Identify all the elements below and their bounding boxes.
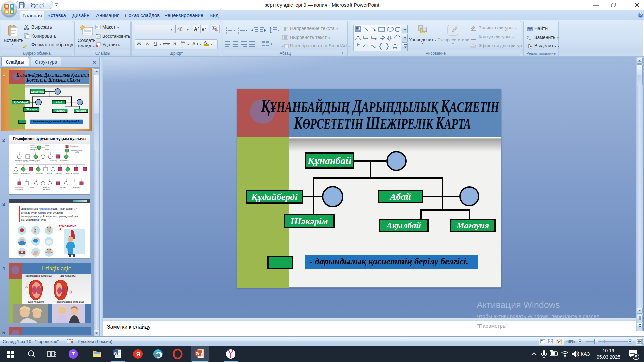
svg-text:Александра: Александра [21,172,30,174]
svg-text:Ресейде: Ресейде [43,188,50,190]
svg-text:Гемофилик: Гемофилик [70,145,79,147]
svg-text:Николай: Николай [36,172,43,174]
svg-text:Ирена: Ирена [13,172,18,174]
svg-text:5: 5 [635,355,637,359]
svg-text:Я: Я [136,351,140,357]
svg-text:Виктория: Виктория [30,149,37,151]
svg-text:Виктория: Виктория [55,172,62,174]
svg-text:W: W [114,351,118,356]
svg-text:Пруссияда: Пруссияда [15,188,23,190]
svg-text:Леопольд: Леопольд [50,160,57,162]
svg-text:Альфонсо: Альфонсо [73,186,81,188]
svg-text:Беатрисса: Беатрисса [60,160,69,162]
svg-text:Фредерик: Фредерик [32,160,40,162]
svg-text:1: 1 [238,27,239,29]
svg-text:Виктория Эдуард Алиса: Виктория Эдуард Алиса [15,160,34,162]
svg-text:Генри: Генри [30,186,34,188]
svg-text:Аа: Аа [213,27,216,30]
svg-text:A: A [286,26,288,30]
svg-text:2: 2 [238,29,239,32]
svg-text:▼: ▼ [270,43,273,46]
svg-text:3: 3 [238,32,239,34]
svg-text:Альфонсо Морис: Альфонсо Морис [66,172,79,174]
svg-text:Висконт: Висконт [60,186,66,188]
svg-text:Алиса: Алиса [47,172,52,174]
svg-text:ac: ac [529,38,532,41]
svg-text:әйел: әйел [75,152,79,154]
